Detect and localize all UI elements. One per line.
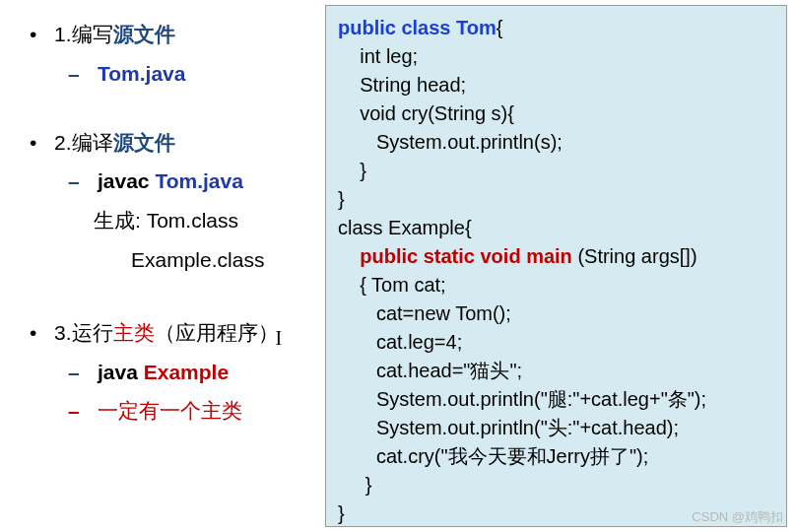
- code-line: int leg;: [338, 42, 774, 71]
- step2-textb: 源文件: [113, 131, 175, 154]
- code-line: System.out.println("头:"+cat.head);: [338, 414, 774, 442]
- step2-suba: javac: [98, 169, 155, 192]
- watermark: CSDN @鸡鸭扣: [692, 508, 783, 526]
- step-1: • 1.编写源文件 – Tom.java: [30, 16, 325, 93]
- gen1: Tom.class: [147, 209, 238, 232]
- code-line: cat=new Tom();: [338, 299, 774, 328]
- step3-subb: Example: [144, 361, 229, 383]
- dash-icon: –: [68, 163, 98, 200]
- bullet-icon: •: [30, 124, 54, 279]
- dash-icon: –: [68, 392, 98, 430]
- dash-icon: –: [68, 55, 98, 93]
- code-line: public static void main (String args[]): [338, 242, 774, 271]
- code-line: }: [338, 185, 774, 214]
- code-line: String head;: [338, 71, 774, 100]
- step2-subb: Tom.java: [155, 169, 242, 192]
- step-2: • 2.编译源文件 – javac Tom.java 生成: Tom.class…: [30, 124, 325, 279]
- step3-num: 3.: [54, 321, 72, 344]
- step2-num: 2.: [54, 131, 72, 154]
- step1-num: 1.: [54, 23, 72, 45]
- gen2: Example.class: [131, 248, 264, 271]
- code-panel: public class Tom{ int leg; String head; …: [325, 5, 787, 527]
- code-line: System.out.println("腿:"+cat.leg+"条");: [338, 385, 774, 414]
- gen-label: 生成:: [94, 209, 147, 232]
- step-3: • 3.运行主类（应用程序） – java Example – 一定有一个主类: [30, 314, 325, 430]
- code-line: public class Tom{: [338, 14, 774, 42]
- code-line: cat.head="猫头";: [338, 357, 774, 385]
- left-panel: • 1.编写源文件 – Tom.java • 2.编译源文件 – javac T…: [0, 0, 325, 532]
- code-line: System.out.println(s);: [338, 128, 774, 157]
- code-line: void cry(String s){: [338, 100, 774, 128]
- step2-texta: 编译: [72, 131, 113, 154]
- step1-texta: 编写: [72, 23, 113, 45]
- bullet-icon: •: [30, 16, 54, 93]
- step3-suba: java: [98, 361, 144, 383]
- step3-note: 一定有一个主类: [98, 392, 242, 430]
- step3-textb: 主类: [113, 321, 155, 344]
- code-line: }: [338, 157, 774, 185]
- step3-textc: （应用程序）: [155, 321, 279, 344]
- code-line: class Example{: [338, 214, 774, 242]
- step1-textb: 源文件: [113, 23, 175, 45]
- dash-icon: –: [68, 354, 98, 391]
- code-line: }: [338, 471, 774, 499]
- step1-sub: Tom.java: [98, 55, 185, 93]
- code-line: cat.leg=4;: [338, 328, 774, 357]
- text-cursor-icon: [279, 320, 280, 340]
- step3-texta: 运行: [72, 321, 113, 344]
- code-line: cat.cry("我今天要和Jerry拼了");: [338, 442, 774, 471]
- bullet-icon: •: [30, 314, 54, 430]
- code-line: { Tom cat;: [338, 271, 774, 299]
